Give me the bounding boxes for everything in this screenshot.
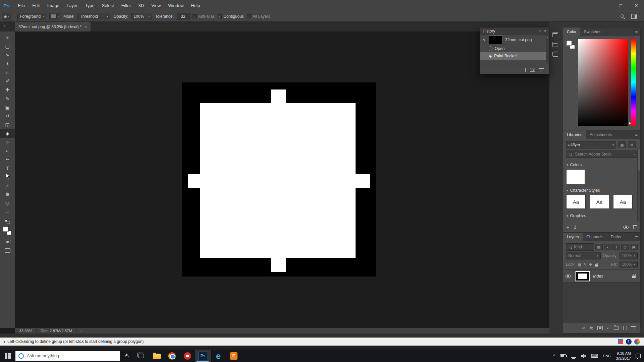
foreground-background-swatches[interactable]: [566, 40, 575, 49]
hue-slider[interactable]: [631, 39, 636, 126]
character-style-card[interactable]: Aa: [613, 195, 633, 209]
menu-3d[interactable]: 3D: [135, 3, 148, 8]
layer-thumbnail[interactable]: [575, 271, 590, 282]
saturation-brightness-field[interactable]: [578, 39, 628, 126]
all-layers-checkbox[interactable]: All Layers: [247, 14, 270, 19]
photoshop-button[interactable]: Ps: [195, 350, 211, 362]
hue-slider-marker[interactable]: [629, 122, 631, 125]
tab-layers[interactable]: Layers: [563, 233, 583, 241]
close-button[interactable]: ✕: [629, 0, 644, 11]
collaborate-icon[interactable]: [623, 226, 629, 229]
document-right-notch[interactable]: [356, 174, 370, 188]
quick-mask-icon[interactable]: [5, 240, 10, 244]
mode-select[interactable]: Threshold ▾: [77, 13, 110, 20]
volume-icon[interactable]: [581, 354, 586, 358]
eyedropper-tool[interactable]: ✐: [0, 77, 15, 85]
network-icon[interactable]: [571, 354, 576, 358]
collapsed-panel-icon[interactable]: [552, 42, 558, 47]
scroll-up-icon[interactable]: ▴: [547, 36, 548, 38]
new-document-from-state-icon[interactable]: [522, 68, 526, 72]
menu-help[interactable]: Help: [187, 3, 204, 8]
panel-menu-icon[interactable]: ≡: [544, 29, 546, 34]
filter-shape-layers-icon[interactable]: ◇: [621, 244, 629, 250]
lasso-tool[interactable]: ∿: [0, 51, 15, 59]
foreground-background-swatches[interactable]: [3, 226, 12, 235]
zoom-tool[interactable]: ◎: [0, 199, 15, 207]
history-source-icon[interactable]: ✎: [482, 38, 486, 42]
delete-layer-icon[interactable]: [631, 326, 636, 330]
history-step-open[interactable]: Open: [480, 45, 549, 52]
layer-row[interactable]: Index: [563, 270, 640, 283]
history-scrollbar[interactable]: ▴ ▾: [546, 35, 549, 65]
blur-tool[interactable]: ○: [0, 138, 15, 146]
microphone-button[interactable]: [120, 350, 133, 362]
grid-view-icon[interactable]: ▦: [618, 141, 626, 148]
pen-tool[interactable]: ✒: [0, 155, 15, 164]
search-icon[interactable]: [620, 14, 625, 18]
action-center-icon[interactable]: [636, 354, 641, 358]
touch-keyboard-icon[interactable]: ⌨: [591, 353, 598, 359]
crop-tool[interactable]: ⌗: [0, 68, 15, 77]
menu-type[interactable]: Type: [81, 3, 98, 8]
default-colors-icon[interactable]: [5, 220, 10, 224]
scroll-down-icon[interactable]: ▾: [547, 63, 548, 65]
adjustment-layer-icon[interactable]: ◐: [607, 326, 609, 330]
tab-libraries[interactable]: Libraries: [563, 130, 586, 139]
brush-tool[interactable]: ✎: [0, 94, 15, 103]
character-style-card[interactable]: Aa: [590, 195, 609, 209]
move-tool[interactable]: ⌖: [0, 33, 15, 42]
line-tool[interactable]: ∕: [0, 181, 15, 190]
foreground-color-swatch[interactable]: [566, 40, 572, 45]
tolerance-input[interactable]: 32: [177, 13, 190, 20]
layer-filter-select[interactable]: Kind ▾: [566, 243, 594, 251]
healing-brush-tool[interactable]: ✚: [0, 85, 15, 94]
anti-alias-checkbox[interactable]: Anti-alias: [193, 14, 215, 19]
red-app-button[interactable]: [180, 350, 195, 362]
battery-icon[interactable]: [560, 354, 566, 357]
character-style-card[interactable]: Aa: [566, 195, 586, 209]
paint-bucket-tool[interactable]: ◈: [0, 129, 15, 138]
document-tab[interactable]: 32mm_cut.png @ 33.3% (Index#) * ✕: [15, 22, 91, 32]
add-library-item-icon[interactable]: +: [567, 225, 569, 230]
lock-transparency-icon[interactable]: ▦: [578, 262, 581, 267]
adobe-stock-search[interactable]: Search Adobe Stock ▾: [566, 150, 638, 158]
layer-opacity-select[interactable]: 100% ▾: [620, 252, 638, 259]
lock-paint-icon[interactable]: ✎: [584, 262, 587, 267]
menu-window[interactable]: Window: [164, 3, 187, 8]
new-group-icon[interactable]: [614, 326, 619, 330]
lock-move-icon[interactable]: ✚: [589, 262, 592, 267]
menu-image[interactable]: Image: [44, 3, 63, 8]
menu-view[interactable]: View: [148, 3, 164, 8]
language-indicator[interactable]: ENG: [603, 354, 611, 358]
quick-selection-tool[interactable]: ✶: [0, 59, 15, 68]
tab-paths[interactable]: Paths: [607, 233, 625, 241]
new-layer-icon[interactable]: [623, 326, 627, 330]
canvas-area[interactable]: [15, 32, 549, 328]
filter-type-layers-icon[interactable]: T: [612, 244, 620, 250]
history-source-box[interactable]: [482, 54, 486, 58]
start-button[interactable]: [0, 350, 15, 362]
upload-icon[interactable]: ↥: [573, 225, 577, 230]
workspace-layout-icon[interactable]: [631, 14, 637, 19]
status-menu-icon[interactable]: ›: [76, 329, 86, 333]
collapsed-panel-icon[interactable]: [552, 52, 558, 57]
history-brush-tool[interactable]: ↺: [0, 112, 15, 120]
menu-layer[interactable]: Layer: [63, 3, 82, 8]
add-mask-icon[interactable]: [597, 326, 603, 330]
history-step-paint-bucket[interactable]: ◈ Paint Bucket: [480, 52, 549, 60]
filter-adjustment-layers-icon[interactable]: ◐: [604, 244, 611, 250]
hand-tool[interactable]: ❋: [0, 190, 15, 199]
task-view-button[interactable]: [133, 350, 149, 362]
delete-icon[interactable]: [633, 225, 637, 229]
opacity-select[interactable]: 100% ▾: [131, 13, 152, 20]
document-top-notch[interactable]: [271, 89, 286, 104]
screen-mode-icon[interactable]: [5, 248, 10, 253]
tab-swatches[interactable]: Swatches: [580, 27, 605, 36]
tray-chevron-icon[interactable]: ^: [553, 353, 555, 358]
section-graphics[interactable]: ▾ Graphics: [567, 214, 586, 218]
edit-toolbar-icon[interactable]: ⋯: [0, 207, 15, 216]
library-color-swatch[interactable]: [566, 169, 585, 184]
pen-tablet-icon[interactable]: [618, 339, 623, 344]
new-snapshot-icon[interactable]: [530, 68, 535, 72]
type-tool[interactable]: T: [0, 164, 15, 173]
